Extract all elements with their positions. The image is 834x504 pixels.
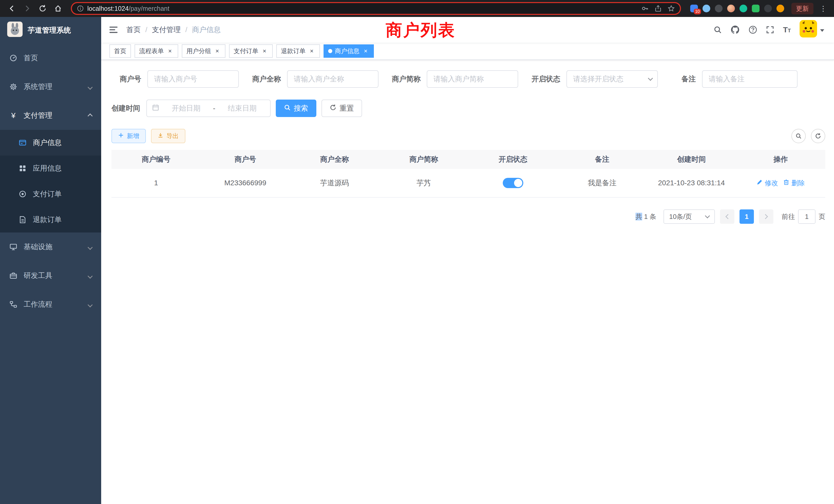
remark-label: 备注 (681, 74, 696, 84)
sidebar-item-pay-order[interactable]: 支付订单 (0, 181, 101, 207)
close-icon[interactable]: × (167, 47, 174, 55)
page-annotation: 商户列表 (386, 19, 456, 41)
extension-blue-icon[interactable] (703, 5, 710, 12)
browser-menu-icon[interactable]: ⋮ (817, 4, 829, 13)
github-icon[interactable] (730, 25, 740, 35)
refund-doc-icon (19, 215, 27, 224)
sidebar-item-infra[interactable]: 基础设施 (0, 232, 101, 261)
reset-button[interactable]: 重置 (322, 99, 362, 117)
profile-avatar-icon[interactable] (776, 5, 784, 12)
prev-page-button[interactable] (720, 209, 734, 224)
browser-back-icon[interactable] (5, 2, 19, 15)
merchant-no-input[interactable] (147, 70, 239, 88)
extension-pinwheel-icon[interactable] (764, 5, 772, 12)
extension-green-circle-icon[interactable] (740, 5, 747, 12)
chevron-down-icon (88, 272, 92, 280)
table-toolbar: 新增 导出 (111, 129, 825, 143)
extension-puzzle-icon[interactable]: 10 (690, 5, 698, 12)
monitor-icon (9, 243, 18, 251)
gear-icon (9, 83, 18, 91)
tab-user-group[interactable]: 用户分组 × (182, 44, 225, 58)
docs-question-icon[interactable] (748, 25, 757, 34)
chevron-up-icon (88, 111, 92, 120)
browser-update-button[interactable]: 更新 (791, 3, 813, 14)
chevron-down-icon (88, 83, 92, 91)
short-name-label: 商户简称 (392, 74, 421, 84)
sidebar-item-devtools[interactable]: 研发工具 (0, 261, 101, 290)
goto-page-input[interactable] (798, 209, 815, 224)
password-key-icon[interactable] (641, 5, 649, 12)
toggle-search-icon[interactable] (791, 129, 806, 143)
browser-reload-icon[interactable] (36, 2, 49, 15)
cell-full-name: 芋道源码 (290, 178, 379, 188)
full-name-input[interactable] (287, 70, 378, 88)
refresh-table-icon[interactable] (811, 129, 825, 143)
breadcrumb-payment[interactable]: 支付管理 (152, 25, 181, 35)
sidebar-item-payment[interactable]: ¥ 支付管理 (0, 101, 101, 130)
remark-input[interactable] (702, 70, 797, 88)
search-icon[interactable] (714, 26, 722, 34)
breadcrumb-home[interactable]: 首页 (126, 25, 141, 35)
tab-merchant-info[interactable]: 商户信息 × (324, 44, 374, 58)
sidebar-item-workflow[interactable]: 工作流程 (0, 290, 101, 319)
bookmark-star-icon[interactable] (667, 5, 675, 12)
fullscreen-icon[interactable] (766, 26, 774, 34)
sidebar-item-label: 支付管理 (24, 111, 52, 120)
export-button[interactable]: 导出 (151, 129, 185, 143)
plus-icon (118, 132, 124, 140)
extensions-area: 10 (690, 5, 784, 12)
page-number-1[interactable]: 1 (740, 209, 754, 224)
status-toggle[interactable] (503, 178, 523, 188)
breadcrumb-separator: / (145, 26, 147, 34)
dashboard-icon (9, 54, 18, 62)
tab-process-form[interactable]: 流程表单 × (135, 44, 178, 58)
close-icon[interactable]: × (362, 47, 369, 55)
date-separator: - (213, 104, 215, 112)
address-bar[interactable]: localhost:1024/pay/merchant (71, 2, 681, 15)
browser-chrome: localhost:1024/pay/merchant 10 (0, 0, 834, 17)
close-icon[interactable]: × (308, 47, 315, 55)
caret-down-icon (820, 29, 824, 32)
cell-short-name: 芋艿 (379, 178, 468, 188)
cell-remark: 我是备注 (558, 178, 647, 188)
add-button[interactable]: 新增 (111, 129, 146, 143)
extension-dark-icon[interactable] (715, 5, 723, 12)
status-select-input[interactable] (567, 70, 658, 88)
refresh-icon (330, 104, 336, 113)
sidebar-item-app-info[interactable]: 应用信息 (0, 156, 101, 181)
logo[interactable]: 芋道管理系统 (0, 17, 101, 44)
delete-link[interactable]: 删除 (783, 179, 805, 188)
hamburger-icon[interactable] (109, 25, 118, 35)
edit-link[interactable]: 修改 (756, 179, 778, 188)
share-icon[interactable] (655, 5, 661, 12)
close-icon[interactable]: × (214, 47, 221, 55)
extension-avatar-icon[interactable] (727, 5, 735, 12)
search-button[interactable]: 搜索 (276, 99, 316, 117)
trash-icon (783, 179, 789, 187)
tab-refund-order[interactable]: 退款订单 × (276, 44, 320, 58)
tab-home[interactable]: 首页 (109, 44, 131, 58)
site-info-icon[interactable] (77, 5, 84, 12)
sidebar-item-refund-order[interactable]: 退款订单 (0, 207, 101, 232)
breadcrumb-separator: / (185, 26, 188, 34)
sidebar-item-merchant-info[interactable]: 商户信息 (0, 130, 101, 156)
sidebar-item-home[interactable]: 首页 (0, 44, 101, 72)
extension-note-icon[interactable] (752, 5, 760, 12)
breadcrumb: 首页 / 支付管理 / 商户信息 (126, 25, 221, 35)
status-select[interactable] (567, 70, 658, 88)
short-name-input[interactable] (427, 70, 518, 88)
sidebar-item-label: 基础设施 (24, 242, 52, 252)
tab-pay-order[interactable]: 支付订单 × (229, 44, 273, 58)
browser-home-icon[interactable] (51, 2, 65, 15)
yen-icon: ¥ (9, 111, 18, 120)
next-page-button[interactable] (759, 209, 773, 224)
browser-forward-icon[interactable] (21, 2, 34, 15)
page-size-select[interactable]: 10条/页 (663, 209, 715, 224)
filter-row-2: 创建时间 开始日期 - 结束日期 (111, 99, 825, 117)
font-size-icon[interactable]: TT (783, 25, 791, 34)
close-icon[interactable]: × (261, 47, 268, 55)
status-label: 开启状态 (531, 74, 560, 84)
sidebar-item-system[interactable]: 系统管理 (0, 72, 101, 101)
user-avatar[interactable] (799, 20, 824, 40)
date-range-picker[interactable]: 开始日期 - 结束日期 (146, 99, 271, 117)
